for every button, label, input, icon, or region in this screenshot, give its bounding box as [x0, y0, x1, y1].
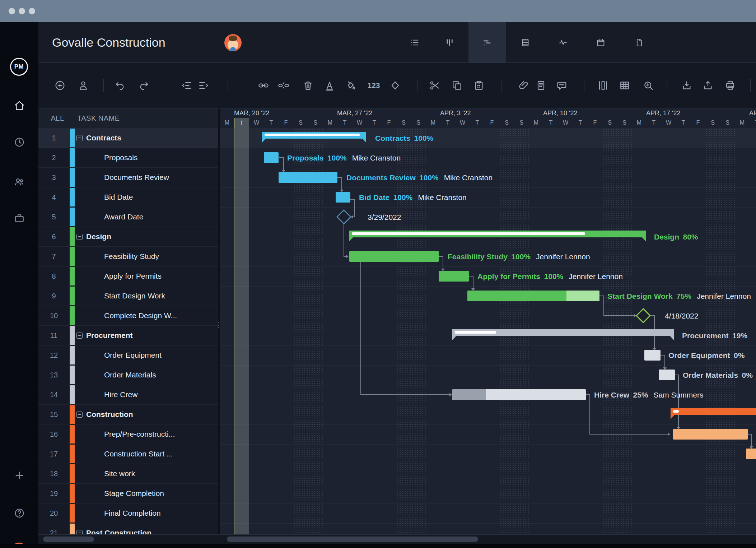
import-icon[interactable]: [681, 80, 692, 91]
task-name[interactable]: Procurement: [86, 326, 133, 345]
document-view-icon[interactable]: [634, 38, 644, 47]
grid-table-icon[interactable]: [619, 80, 630, 91]
timeline-day-cell[interactable]: F: [279, 118, 293, 128]
table-row[interactable]: 2Proposals: [38, 148, 220, 168]
gantt-task-bar[interactable]: [264, 152, 279, 163]
print-icon[interactable]: [724, 80, 736, 91]
table-row[interactable]: 9Start Design Work: [38, 286, 220, 306]
resize-columns-icon[interactable]: [597, 80, 609, 91]
task-name[interactable]: Documents Review: [104, 168, 169, 187]
kanban-view-icon[interactable]: [445, 38, 454, 47]
timeline-day-cell[interactable]: W: [249, 118, 264, 128]
table-row[interactable]: 5Award Date: [38, 207, 220, 227]
table-row[interactable]: 6Design: [38, 227, 220, 247]
task-name[interactable]: Bid Date: [104, 187, 133, 207]
add-task-icon[interactable]: [54, 80, 66, 91]
redo-icon[interactable]: [138, 80, 150, 91]
table-row[interactable]: 11Procurement: [38, 326, 220, 345]
timeline-day-cell[interactable]: S: [617, 118, 632, 128]
table-row[interactable]: 17Construction Start ...: [38, 444, 220, 464]
gantt-task-bar[interactable]: [644, 350, 661, 361]
undo-icon[interactable]: [114, 80, 126, 91]
task-name[interactable]: Stage Completion: [104, 484, 164, 503]
calendar-view-icon[interactable]: [596, 38, 606, 47]
gantt-summary-bar[interactable]: [452, 329, 674, 336]
table-row[interactable]: 10Complete Design W...: [38, 306, 220, 326]
timeline-today-cell[interactable]: T: [234, 118, 249, 128]
task-name[interactable]: Site work: [104, 464, 135, 483]
table-row[interactable]: 15Construction: [38, 405, 220, 424]
comment-icon[interactable]: [556, 80, 568, 91]
gantt-view-icon[interactable]: [482, 38, 492, 47]
timeline-day-cell[interactable]: M: [735, 118, 750, 128]
column-header-task-name[interactable]: TASK NAME: [77, 108, 120, 128]
task-name[interactable]: Start Design Work: [104, 286, 165, 306]
timeline-day-cell[interactable]: T: [367, 118, 382, 128]
table-row[interactable]: 21Post Construction: [38, 523, 220, 534]
copy-icon[interactable]: [451, 80, 463, 91]
column-header-all[interactable]: ALL: [46, 108, 69, 128]
paste-icon[interactable]: [473, 80, 485, 91]
gantt-task-bar[interactable]: [439, 271, 469, 282]
home-icon[interactable]: [14, 100, 25, 111]
milestone-icon[interactable]: [389, 80, 401, 91]
task-name[interactable]: Hire Crew: [104, 385, 137, 404]
timeline-day-cell[interactable]: W: [455, 118, 470, 128]
table-row[interactable]: 13Order Materials: [38, 365, 220, 385]
timeline-day-cell[interactable]: M: [323, 118, 337, 128]
recent-icon[interactable]: [14, 136, 25, 148]
task-name[interactable]: Construction Start ...: [104, 444, 173, 464]
timeline-day-cell[interactable]: M: [220, 118, 234, 128]
collapse-icon[interactable]: [76, 234, 83, 240]
table-row[interactable]: 4Bid Date: [38, 187, 220, 207]
table-row[interactable]: 19Stage Completion: [38, 484, 220, 503]
divider-handle[interactable]: [218, 327, 219, 328]
number-format-icon[interactable]: 123: [367, 80, 380, 91]
timeline-day-cell[interactable]: S: [293, 118, 308, 128]
table-row[interactable]: 1Contracts: [38, 128, 220, 148]
team-icon[interactable]: [14, 176, 25, 187]
gantt-task-bar[interactable]: [746, 449, 756, 459]
list-view-icon[interactable]: [410, 38, 420, 47]
timeline-day-cell[interactable]: F: [485, 118, 499, 128]
timeline-day-cell[interactable]: M: [426, 118, 440, 128]
table-row[interactable]: 8Apply for Permits: [38, 266, 220, 286]
table-row[interactable]: 7Feasibility Study: [38, 247, 220, 266]
task-name[interactable]: Design: [86, 227, 111, 246]
add-icon[interactable]: [14, 470, 25, 481]
gantt-task-bar[interactable]: [452, 389, 586, 400]
gantt-task-bar[interactable]: [673, 429, 748, 440]
gantt-summary-bar[interactable]: [671, 408, 756, 415]
divider-handle[interactable]: [218, 325, 219, 326]
table-row[interactable]: 12Order Equipment: [38, 345, 220, 365]
table-row[interactable]: 3Documents Review: [38, 168, 220, 187]
timeline-day-cell[interactable]: T: [573, 118, 588, 128]
task-name[interactable]: Complete Design W...: [104, 306, 177, 325]
timeline-day-cell[interactable]: W: [661, 118, 676, 128]
table-row[interactable]: 16Prep/Pre-constructi...: [38, 424, 220, 444]
gantt-task-bar[interactable]: [659, 370, 675, 380]
collapse-icon[interactable]: [76, 333, 83, 339]
table-row[interactable]: 20Final Completion: [38, 503, 220, 523]
table-row[interactable]: 14Hire Crew: [38, 385, 220, 405]
link-tasks-icon[interactable]: [258, 80, 269, 91]
task-name[interactable]: Contracts: [86, 128, 121, 148]
delete-icon[interactable]: [302, 80, 314, 91]
timeline-day-cell[interactable]: T: [337, 118, 352, 128]
timeline-day-cell[interactable]: T: [440, 118, 455, 128]
task-name[interactable]: Prep/Pre-constructi...: [104, 424, 175, 444]
collapse-icon[interactable]: [76, 412, 83, 418]
timeline-day-cell[interactable]: F: [691, 118, 705, 128]
timeline-day-cell[interactable]: S: [308, 118, 323, 128]
timeline-day-cell[interactable]: F: [382, 118, 396, 128]
task-name[interactable]: Award Date: [104, 207, 143, 227]
cut-icon[interactable]: [429, 80, 440, 91]
outdent-icon[interactable]: [181, 80, 192, 91]
notes-icon[interactable]: [535, 80, 547, 91]
task-name[interactable]: Order Equipment: [104, 345, 162, 365]
timeline-day-cell[interactable]: M: [529, 118, 543, 128]
timeline-day-cell[interactable]: S: [720, 118, 735, 128]
timeline-day-cell[interactable]: S: [514, 118, 529, 128]
task-name[interactable]: Order Materials: [104, 365, 156, 385]
indent-icon[interactable]: [198, 80, 209, 91]
